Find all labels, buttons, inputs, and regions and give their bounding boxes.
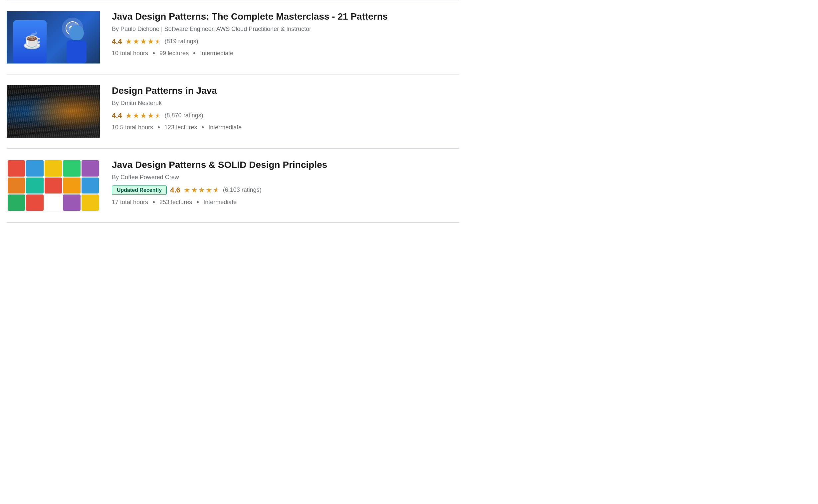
svg-text:☕: ☕	[23, 31, 40, 50]
star-3: ★	[140, 37, 147, 46]
lectures-label: 123 lectures	[164, 124, 197, 131]
meta-row: 10 total hours 99 lectures Intermediate	[112, 50, 459, 57]
updated-badge: Updated Recently	[112, 186, 167, 195]
dot-1	[158, 126, 160, 128]
puzzle-piece	[81, 178, 99, 194]
course-thumbnail: ☕ ⚙	[7, 11, 100, 63]
course-author: By Dmitri Nesteruk	[112, 100, 459, 107]
puzzle-piece	[26, 160, 43, 177]
hours-label: 10 total hours	[112, 50, 148, 57]
rating-row: Updated Recently 4.6 ★ ★ ★ ★ ★★ (6,103 r…	[112, 186, 459, 195]
star-half: ★★	[155, 37, 161, 46]
star-3: ★	[198, 186, 205, 194]
course-info: Java Design Patterns: The Complete Maste…	[112, 11, 459, 57]
course-item[interactable]: Java Design Patterns & SOLID Design Prin…	[7, 149, 459, 223]
hours-label: 10.5 total hours	[112, 124, 153, 131]
star-half: ★★	[155, 111, 161, 120]
star-1: ★	[184, 186, 190, 194]
svg-rect-4	[67, 40, 86, 63]
star-1: ★	[125, 37, 132, 46]
puzzle-piece	[45, 160, 62, 177]
course-item[interactable]: ☕ ⚙ Java Design Patterns: The Complete M…	[7, 0, 459, 74]
course-info: Design Patterns in Java By Dmitri Nester…	[112, 85, 459, 131]
dot-2	[202, 126, 204, 128]
star-3: ★	[140, 111, 147, 120]
dot-1	[153, 52, 155, 54]
meta-row: 10.5 total hours 123 lectures Intermedia…	[112, 124, 459, 131]
puzzle-piece	[81, 194, 99, 211]
rating-number: 4.4	[112, 37, 122, 46]
dot-2	[193, 52, 195, 54]
dot-2	[197, 201, 199, 203]
puzzle-piece	[63, 194, 80, 211]
course-title[interactable]: Java Design Patterns: The Complete Maste…	[112, 11, 459, 22]
puzzle-piece	[63, 160, 80, 177]
stars: ★ ★ ★ ★ ★★	[184, 186, 220, 194]
star-2: ★	[191, 186, 198, 194]
star-4: ★	[147, 111, 154, 120]
puzzle-piece	[26, 194, 43, 211]
meta-row: 17 total hours 253 lectures Intermediate	[112, 199, 459, 206]
puzzle-piece	[26, 178, 43, 194]
course-info: Java Design Patterns & SOLID Design Prin…	[112, 159, 459, 206]
puzzle-piece	[8, 194, 25, 211]
dot-1	[153, 201, 155, 203]
rating-row: 4.4 ★ ★ ★ ★ ★★ (819 ratings)	[112, 37, 459, 46]
level-label: Intermediate	[200, 50, 233, 57]
stars: ★ ★ ★ ★ ★★	[125, 37, 161, 46]
puzzle-piece	[45, 194, 62, 211]
rating-count: (8,870 ratings)	[165, 112, 203, 119]
course-title[interactable]: Java Design Patterns & SOLID Design Prin…	[112, 159, 459, 171]
stars: ★ ★ ★ ★ ★★	[125, 111, 161, 120]
course-author: By Paulo Dichone | Software Engineer, AW…	[112, 26, 459, 33]
star-1: ★	[125, 111, 132, 120]
level-label: Intermediate	[208, 124, 242, 131]
rating-row: 4.4 ★ ★ ★ ★ ★★ (8,870 ratings)	[112, 111, 459, 120]
star-4: ★	[206, 186, 212, 194]
puzzle-piece	[63, 178, 80, 194]
puzzle-piece	[8, 160, 25, 177]
course-item[interactable]: Design Patterns in Java By Dmitri Nester…	[7, 74, 459, 149]
puzzle-piece	[8, 178, 25, 194]
rating-number: 4.6	[170, 186, 180, 194]
star-2: ★	[133, 37, 139, 46]
rating-count: (6,103 ratings)	[223, 187, 262, 193]
course-thumbnail	[7, 159, 100, 212]
puzzle-piece	[45, 178, 62, 194]
lectures-label: 253 lectures	[159, 199, 192, 206]
rating-count: (819 ratings)	[165, 38, 198, 45]
level-label: Intermediate	[203, 199, 237, 206]
course-author: By Coffee Powered Crew	[112, 174, 459, 181]
lectures-label: 99 lectures	[159, 50, 189, 57]
course-list: ☕ ⚙ Java Design Patterns: The Complete M…	[0, 0, 466, 223]
puzzle-piece	[81, 160, 99, 177]
star-4: ★	[147, 37, 154, 46]
rating-number: 4.4	[112, 111, 122, 120]
svg-point-3	[69, 25, 84, 41]
course-thumbnail	[7, 85, 100, 138]
star-half: ★★	[213, 186, 220, 194]
hours-label: 17 total hours	[112, 199, 148, 206]
star-2: ★	[133, 111, 139, 120]
course-title[interactable]: Design Patterns in Java	[112, 85, 459, 96]
